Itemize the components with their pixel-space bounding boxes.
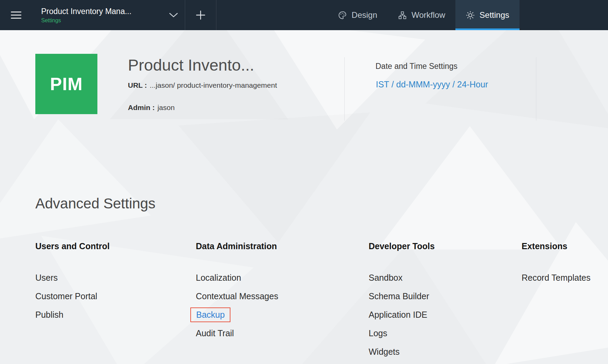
advanced-settings-heading: Advanced Settings: [35, 195, 155, 212]
datetime-settings-link[interactable]: IST / dd-MMM-yyyy / 24-Hour: [376, 80, 488, 89]
app-title: Product Inventory Mana...: [41, 7, 154, 16]
tab-label: Design: [351, 10, 377, 20]
workflow-icon: [398, 11, 407, 20]
link-publish[interactable]: Publish: [35, 305, 110, 324]
column-title: Data Administration: [196, 241, 278, 251]
app-url-row: URL : ...jason/ product-inventory-manage…: [128, 81, 277, 89]
link-logs[interactable]: Logs: [369, 324, 435, 342]
tab-settings[interactable]: Settings: [455, 0, 520, 30]
column-title: Users and Control: [35, 241, 110, 251]
link-customer-portal[interactable]: Customer Portal: [35, 287, 110, 305]
link-record-templates[interactable]: Record Templates: [522, 268, 591, 287]
palette-icon: [338, 11, 347, 20]
app-switcher[interactable]: Product Inventory Mana... Settings: [32, 0, 185, 30]
main-content: PIM Product Invento... URL : ...jason/ p…: [0, 30, 608, 364]
divider: [344, 57, 345, 121]
topbar: Product Inventory Mana... Settings: [0, 0, 608, 30]
column-data-administration: Data Administration Localization Context…: [196, 241, 278, 342]
tab-label: Settings: [479, 10, 509, 20]
app-subtitle: Settings: [41, 17, 169, 24]
link-application-ide[interactable]: Application IDE: [369, 305, 435, 324]
app-name-heading: Product Invento...: [128, 56, 254, 74]
column-title: Developer Tools: [369, 241, 435, 251]
link-contextual-messages[interactable]: Contextual Messages: [196, 287, 278, 305]
column-users-and-control: Users and Control Users Customer Portal …: [35, 241, 110, 324]
topbar-tabs: Design Workflow: [327, 0, 520, 30]
chevron-down-icon[interactable]: [169, 12, 178, 18]
link-widgets[interactable]: Widgets: [369, 342, 435, 361]
app-logo: PIM: [35, 54, 97, 114]
app-admin-row: Admin : jason: [128, 104, 175, 112]
app-title-block: Product Inventory Mana... Settings: [41, 7, 169, 24]
list-item: Backup: [196, 305, 278, 324]
url-label: URL :: [128, 81, 147, 89]
datetime-settings-heading: Date and Time Settings: [375, 62, 457, 71]
divider: [536, 57, 536, 121]
url-value: ...jason/ product-inventory-management: [150, 81, 277, 89]
divider: [216, 0, 216, 30]
link-localization[interactable]: Localization: [196, 268, 278, 287]
admin-value: jason: [157, 104, 175, 112]
link-users[interactable]: Users: [35, 268, 110, 287]
column-title: Extensions: [522, 241, 591, 251]
link-audit-trail[interactable]: Audit Trail: [196, 324, 278, 342]
admin-label: Admin :: [128, 104, 155, 112]
link-schema-builder[interactable]: Schema Builder: [369, 287, 435, 305]
menu-button[interactable]: [0, 0, 32, 30]
tab-workflow[interactable]: Workflow: [388, 0, 455, 30]
tab-design[interactable]: Design: [327, 0, 388, 30]
link-sandbox[interactable]: Sandbox: [369, 268, 435, 287]
gear-icon: [466, 11, 475, 20]
backup-link[interactable]: Backup: [190, 307, 230, 322]
tab-label: Workflow: [412, 10, 445, 20]
hamburger-icon: [11, 11, 22, 19]
column-developer-tools: Developer Tools Sandbox Schema Builder A…: [369, 241, 435, 361]
app-window: Product Inventory Mana... Settings: [0, 0, 608, 364]
column-extensions: Extensions Record Templates: [522, 241, 591, 287]
add-app-button[interactable]: [185, 0, 216, 30]
plus-icon: [195, 10, 206, 20]
